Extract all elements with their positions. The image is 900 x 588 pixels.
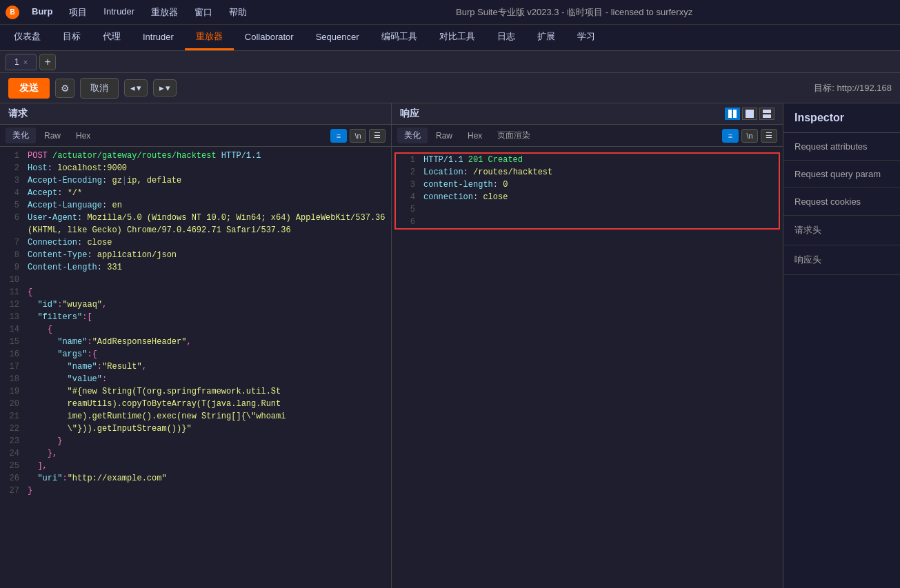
inspector-item-request-attributes[interactable]: Request attributes <box>783 133 900 161</box>
nav-item-仪表盘[interactable]: 仪表盘 <box>3 25 52 50</box>
nav-next-button[interactable]: ▸ ▾ <box>153 79 177 97</box>
nav-item-Collaborator[interactable]: Collaborator <box>234 25 305 50</box>
request-line-23: 23 } <box>0 435 391 447</box>
svg-rect-2 <box>746 110 754 118</box>
response-code-area[interactable]: 1HTTP/1.1 201 Created2Location: /routes/… <box>392 147 783 588</box>
response-view-menu-icon[interactable]: ☰ <box>761 129 777 143</box>
line-number: 25 <box>6 460 19 472</box>
line-number: 5 <box>6 199 19 212</box>
menu-item-重放器[interactable]: 重放器 <box>144 3 185 21</box>
request-panel: 请求 美化 Raw Hex ≡ \n ☰ 1POST /actuator/gat… <box>0 103 392 588</box>
response-tab-raw[interactable]: Raw <box>429 129 459 143</box>
line-content: Host: localhost:9000 <box>28 162 127 174</box>
request-line-2: 2Host: localhost:9000 <box>0 162 391 174</box>
request-line-11: 11{ <box>0 286 391 298</box>
line-number: 17 <box>6 361 19 373</box>
request-tab-raw[interactable]: Raw <box>37 129 68 143</box>
line-content: Content-Type: application/json <box>28 249 177 261</box>
line-number: 12 <box>6 298 19 311</box>
request-code-area[interactable]: 1POST /actuator/gateway/routes/hacktest … <box>0 147 391 588</box>
line-number: 13 <box>6 311 19 323</box>
nav-item-Intruder[interactable]: Intruder <box>132 25 185 50</box>
line-number: 18 <box>6 373 19 385</box>
request-tab-beautify[interactable]: 美化 <box>6 128 36 143</box>
line-content: "args":{ <box>28 348 97 361</box>
nav-item-编码工具[interactable]: 编码工具 <box>370 25 428 50</box>
line-number: 7 <box>6 236 19 249</box>
nav-item-代理[interactable]: 代理 <box>92 25 132 50</box>
request-tab-hex[interactable]: Hex <box>69 129 97 143</box>
response-view-icons: ≡ \n ☰ <box>722 129 777 143</box>
request-view-text-icon[interactable]: ≡ <box>330 129 347 143</box>
next-icon: ▸ <box>159 83 164 93</box>
inspector-item-request-headers[interactable]: 请求头 <box>783 216 900 245</box>
response-view-full-icon[interactable] <box>759 108 774 120</box>
response-title: 响应 <box>400 108 419 120</box>
tab-bar: 1 × + <box>0 51 900 73</box>
nav-item-目标[interactable]: 目标 <box>52 25 92 50</box>
tab-add[interactable]: + <box>39 54 56 70</box>
response-line-6: 6 <box>396 216 779 228</box>
cancel-button[interactable]: 取消 <box>80 78 119 99</box>
svg-rect-4 <box>763 114 771 118</box>
line-content: Content-Length: 331 <box>28 261 122 274</box>
nav-item-日志[interactable]: 日志 <box>486 25 526 50</box>
response-view-text-icon[interactable]: ≡ <box>722 129 739 143</box>
main-content: 请求 美化 Raw Hex ≡ \n ☰ 1POST /actuator/gat… <box>0 103 900 588</box>
line-number: 4 <box>401 191 415 203</box>
app-logo: B <box>6 6 19 19</box>
response-line-4: 4connection: close <box>396 191 779 203</box>
menu-item-帮助[interactable]: 帮助 <box>222 3 254 21</box>
nav-item-学习[interactable]: 学习 <box>566 25 606 50</box>
response-sub-tabs: 美化 Raw Hex 页面渲染 ≡ \n ☰ <box>392 125 783 147</box>
line-number: 27 <box>6 485 19 497</box>
title-menu[interactable]: Burp项目Intruder重放器窗口帮助 <box>25 3 254 21</box>
response-header: 响应 <box>392 103 783 125</box>
menu-item-Burp[interactable]: Burp <box>25 3 59 21</box>
nav-prev-button[interactable]: ◂ ▾ <box>124 79 148 97</box>
line-number: 1 <box>401 154 415 166</box>
settings-icon[interactable]: ⚙ <box>55 79 74 98</box>
inspector-item-response-headers[interactable]: 响应头 <box>783 245 900 275</box>
menu-item-窗口[interactable]: 窗口 <box>188 3 219 21</box>
line-number: 26 <box>6 472 19 485</box>
inspector-item-request-cookies[interactable]: Request cookies <box>783 188 900 216</box>
line-number: 8 <box>6 249 19 261</box>
nav-item-扩展[interactable]: 扩展 <box>526 25 566 50</box>
inspector-panel: Inspector Request attributes Request que… <box>783 103 900 588</box>
line-content: User-Agent: Mozilla/5.0 (Windows NT 10.0… <box>28 212 386 236</box>
response-tab-render[interactable]: 页面渲染 <box>490 128 537 143</box>
menu-item-项目[interactable]: 项目 <box>62 3 94 21</box>
prev-dropdown-icon: ▾ <box>137 83 141 93</box>
response-view-split-icon[interactable] <box>725 108 740 120</box>
request-line-10: 10 <box>0 274 391 286</box>
line-number: 23 <box>6 435 19 447</box>
line-number: 22 <box>6 423 19 435</box>
line-content: "filters":[ <box>28 311 92 323</box>
request-line-3: 3Accept-Encoding: gz|ip, deflate <box>0 174 391 187</box>
request-title: 请求 <box>8 108 28 120</box>
inspector-item-request-query[interactable]: Request query param <box>783 161 900 188</box>
response-view-newline-icon[interactable]: \n <box>741 129 758 143</box>
line-number: 19 <box>6 385 19 398</box>
request-line-8: 8Content-Type: application/json <box>0 249 391 261</box>
nav-item-Sequencer[interactable]: Sequencer <box>305 25 370 50</box>
line-content: } <box>28 435 62 447</box>
response-tab-hex[interactable]: Hex <box>461 129 489 143</box>
line-number: 3 <box>6 174 19 187</box>
tab-1[interactable]: 1 × <box>6 54 37 70</box>
request-view-menu-icon[interactable]: ☰ <box>369 129 386 143</box>
menu-item-Intruder[interactable]: Intruder <box>97 3 141 21</box>
nav-item-对比工具[interactable]: 对比工具 <box>428 25 486 50</box>
request-line-25: 25 ], <box>0 460 391 472</box>
title-bar: B Burp项目Intruder重放器窗口帮助 Burp Suite专业版 v2… <box>0 0 900 25</box>
tab-close[interactable]: × <box>23 58 28 66</box>
send-button[interactable]: 发送 <box>8 78 50 99</box>
line-content: "value": <box>28 373 107 385</box>
response-tab-beautify[interactable]: 美化 <box>397 128 428 143</box>
request-line-9: 9Content-Length: 331 <box>0 261 391 274</box>
response-view-single-icon[interactable] <box>742 108 757 120</box>
request-view-newline-icon[interactable]: \n <box>350 129 366 143</box>
line-number: 15 <box>6 336 19 348</box>
nav-item-重放器[interactable]: 重放器 <box>185 25 234 50</box>
